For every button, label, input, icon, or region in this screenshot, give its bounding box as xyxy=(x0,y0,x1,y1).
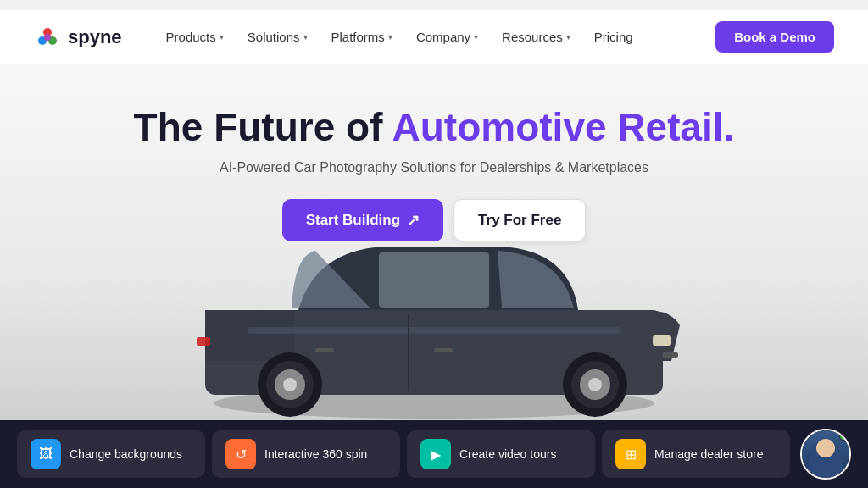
svg-rect-21 xyxy=(315,348,334,352)
feature-dealer-store[interactable]: ⊞ Manage dealer store xyxy=(602,430,790,478)
chevron-down-icon: ▾ xyxy=(388,32,392,42)
video-tours-icon: ▶ xyxy=(420,439,451,469)
change-backgrounds-label: Change backgrounds xyxy=(70,447,182,461)
svg-rect-19 xyxy=(663,352,678,358)
logo-text: spyne xyxy=(68,26,122,48)
book-demo-button[interactable]: Book a Demo xyxy=(715,21,834,53)
interactive-360-label: Interactive 360 spin xyxy=(264,447,367,461)
feature-360-spin[interactable]: ↺ Interactive 360 spin xyxy=(212,430,400,478)
feature-change-backgrounds[interactable]: 🖼 Change backgrounds xyxy=(17,430,205,478)
nav-item-platforms[interactable]: Platforms ▾ xyxy=(321,25,403,49)
spyne-logo-icon xyxy=(34,24,61,51)
avatar xyxy=(800,429,851,480)
dealer-store-label: Manage dealer store xyxy=(654,447,763,461)
chevron-down-icon: ▾ xyxy=(303,32,308,42)
online-status-dot xyxy=(839,432,848,441)
interactive-360-icon: ↺ xyxy=(225,439,256,469)
dealer-store-icon: ⊞ xyxy=(615,439,646,469)
chevron-down-icon: ▾ xyxy=(474,32,478,42)
svg-rect-17 xyxy=(653,336,671,346)
start-building-button[interactable]: Start Building ↗ xyxy=(282,199,443,241)
nav-item-solutions[interactable]: Solutions ▾ xyxy=(237,25,318,49)
nav-item-pricing[interactable]: Pricing xyxy=(584,25,643,49)
hero-title: The Future of Automotive Retail. xyxy=(134,105,735,150)
arrow-icon: ↗ xyxy=(407,211,420,230)
svg-point-16 xyxy=(283,378,297,391)
hero-subtitle: AI-Powered Car Photography Solutions for… xyxy=(134,160,735,175)
chevron-down-icon: ▾ xyxy=(220,32,224,42)
hero-buttons: Start Building ↗ Try For Free xyxy=(282,199,587,241)
svg-point-12 xyxy=(588,378,602,391)
hero-text-block: The Future of Automotive Retail. AI-Powe… xyxy=(134,64,735,199)
svg-rect-20 xyxy=(434,348,453,352)
logo-area[interactable]: spyne xyxy=(34,24,122,51)
chevron-down-icon: ▾ xyxy=(566,32,570,42)
nav-links: Products ▾ Solutions ▾ Platforms ▾ Compa… xyxy=(156,25,716,49)
svg-rect-6 xyxy=(379,252,489,308)
hero-section: The Future of Automotive Retail. AI-Powe… xyxy=(0,64,868,420)
try-for-free-button[interactable]: Try For Free xyxy=(453,199,586,241)
navbar: spyne Products ▾ Solutions ▾ Platforms ▾… xyxy=(0,10,868,64)
svg-point-3 xyxy=(44,34,51,41)
nav-right: Book a Demo xyxy=(715,21,834,53)
svg-rect-7 xyxy=(248,327,620,334)
nav-item-company[interactable]: Company ▾ xyxy=(406,25,488,49)
svg-rect-18 xyxy=(197,337,210,346)
video-tours-label: Create video tours xyxy=(459,447,556,461)
features-bar: 🖼 Change backgrounds ↺ Interactive 360 s… xyxy=(0,420,868,488)
nav-item-resources[interactable]: Resources ▾ xyxy=(492,25,581,49)
top-bar xyxy=(0,0,868,10)
avatar-head xyxy=(816,439,835,458)
change-backgrounds-icon: 🖼 xyxy=(31,439,61,469)
feature-video-tours[interactable]: ▶ Create video tours xyxy=(407,430,595,478)
nav-item-products[interactable]: Products ▾ xyxy=(156,25,234,49)
